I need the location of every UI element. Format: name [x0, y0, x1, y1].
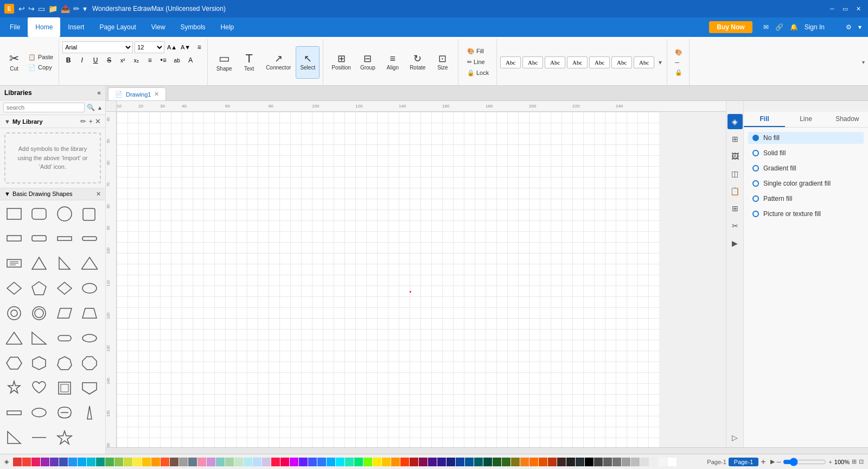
- bold-button[interactable]: B: [62, 55, 74, 66]
- shape-ring[interactable]: [3, 303, 25, 324]
- shape-ellipse[interactable]: [79, 278, 100, 299]
- menu-insert[interactable]: Insert: [60, 17, 92, 37]
- add-library-button[interactable]: +: [88, 117, 93, 125]
- minimize-button[interactable]: ─: [827, 3, 838, 14]
- color-swatch[interactable]: [161, 458, 169, 466]
- shape-diamond-small[interactable]: [3, 278, 25, 299]
- position-button[interactable]: ⊞ Position: [328, 46, 355, 79]
- fit-page-button[interactable]: ⊞: [852, 458, 857, 465]
- shape-rounded-rectangle[interactable]: [28, 204, 50, 224]
- fill-color-icon[interactable]: ◈: [4, 458, 9, 465]
- close-library-button[interactable]: ✕: [95, 117, 101, 125]
- menu-symbols[interactable]: Symbols: [173, 17, 213, 37]
- color-swatch[interactable]: [87, 458, 95, 466]
- edit-library-button[interactable]: ✏: [80, 117, 86, 125]
- connect-panel-button[interactable]: ✂: [727, 218, 743, 233]
- shape-rounded-flat[interactable]: [79, 228, 100, 249]
- color-swatch[interactable]: [253, 458, 261, 466]
- color-swatch[interactable]: [603, 458, 612, 466]
- color-swatch[interactable]: [207, 458, 215, 466]
- shadow-tab[interactable]: Shadow: [827, 112, 868, 127]
- underline-button[interactable]: U: [90, 55, 101, 66]
- style-preset-2[interactable]: Abc: [522, 56, 543, 68]
- image-panel-button[interactable]: 🖼: [727, 149, 743, 164]
- fill-style-button[interactable]: 🎨: [672, 48, 686, 57]
- single-color-gradient-option[interactable]: Single color gradient fill: [748, 178, 864, 189]
- color-swatch[interactable]: [299, 458, 308, 466]
- shape-heart[interactable]: [28, 377, 50, 398]
- style-preset-4[interactable]: Abc: [567, 56, 588, 68]
- horizontal-scrollbar[interactable]: [106, 447, 868, 454]
- select-button[interactable]: ↖ Select: [296, 46, 320, 79]
- color-swatch[interactable]: [622, 458, 630, 466]
- color-swatch[interactable]: [410, 458, 418, 466]
- color-swatch[interactable]: [354, 458, 363, 466]
- share-icon[interactable]: 🔗: [775, 23, 783, 31]
- drawing1-tab[interactable]: 📄 Drawing1 ✕: [108, 87, 166, 100]
- zoom-slider[interactable]: [783, 458, 826, 466]
- color-swatch[interactable]: [262, 458, 271, 466]
- color-swatch[interactable]: [649, 458, 658, 466]
- color-swatch[interactable]: [105, 458, 114, 466]
- color-swatch[interactable]: [50, 458, 59, 466]
- zoom-in-button[interactable]: +: [828, 459, 832, 465]
- shapes-panel-button[interactable]: ⊞: [727, 131, 743, 147]
- color-swatch[interactable]: [142, 458, 151, 466]
- ribbon-expand-right[interactable]: ▾: [861, 39, 866, 85]
- color-swatch[interactable]: [280, 458, 289, 466]
- table-panel-button[interactable]: ⊞: [727, 201, 743, 216]
- color-swatch[interactable]: [502, 458, 510, 466]
- color-swatch[interactable]: [520, 458, 529, 466]
- pattern-fill-option[interactable]: Pattern fill: [748, 193, 864, 205]
- shape-hex2[interactable]: [28, 353, 50, 373]
- color-swatch[interactable]: [13, 458, 22, 466]
- cut-button[interactable]: ✂Cut: [4, 46, 24, 79]
- color-swatch[interactable]: [96, 458, 105, 466]
- shape-thin-rect[interactable]: [3, 228, 25, 249]
- sign-in-link[interactable]: Sign In: [805, 23, 825, 31]
- redo-button[interactable]: ↪: [28, 4, 35, 13]
- zoom-out-button[interactable]: ─: [777, 459, 781, 465]
- shape-heptagon[interactable]: [54, 353, 75, 373]
- text-button[interactable]: T Text: [237, 46, 261, 79]
- group-button[interactable]: ⊟ Group: [356, 46, 380, 79]
- color-swatch[interactable]: [483, 458, 492, 466]
- color-swatch[interactable]: [327, 458, 335, 466]
- styles-expand-button[interactable]: ▾: [656, 59, 665, 66]
- color-swatch[interactable]: [114, 458, 123, 466]
- style-preset-5[interactable]: Abc: [589, 56, 610, 68]
- color-swatch[interactable]: [474, 458, 483, 466]
- color-swatch[interactable]: [133, 458, 142, 466]
- doc-panel-button[interactable]: 📋: [727, 183, 743, 199]
- color-swatch[interactable]: [124, 458, 132, 466]
- account-icon[interactable]: 👤: [831, 23, 839, 31]
- color-swatch[interactable]: [345, 458, 354, 466]
- menu-help[interactable]: Help: [213, 17, 242, 37]
- shape-line[interactable]: [28, 427, 50, 448]
- drawing-canvas[interactable]: [117, 112, 659, 447]
- color-swatch[interactable]: [391, 458, 400, 466]
- scroll-up-icon[interactable]: ▲: [97, 105, 103, 111]
- color-swatch[interactable]: [151, 458, 160, 466]
- shape-tri-right2[interactable]: [28, 328, 50, 348]
- color-swatch[interactable]: [244, 458, 252, 466]
- color-swatch[interactable]: [373, 458, 381, 466]
- search-input[interactable]: [3, 103, 85, 112]
- edit-button[interactable]: ✏: [73, 4, 80, 13]
- color-swatch[interactable]: [400, 458, 409, 466]
- font-color-label[interactable]: ab: [171, 55, 183, 66]
- bullet-button[interactable]: •≡: [157, 55, 169, 66]
- settings-icon[interactable]: ⚙: [846, 23, 852, 31]
- gradient-fill-option[interactable]: Gradient fill: [748, 162, 864, 174]
- add-page-button[interactable]: +: [761, 457, 765, 467]
- color-swatch[interactable]: [41, 458, 49, 466]
- shape-pentagon2[interactable]: [79, 377, 100, 398]
- line-tab[interactable]: Line: [785, 112, 826, 127]
- strikethrough-button[interactable]: S: [103, 55, 115, 66]
- style-preset-6[interactable]: Abc: [611, 56, 632, 68]
- color-swatch[interactable]: [566, 458, 575, 466]
- color-swatch[interactable]: [336, 458, 344, 466]
- color-swatch[interactable]: [170, 458, 178, 466]
- style-preset-1[interactable]: Abc: [500, 56, 521, 68]
- color-swatch[interactable]: [456, 458, 464, 466]
